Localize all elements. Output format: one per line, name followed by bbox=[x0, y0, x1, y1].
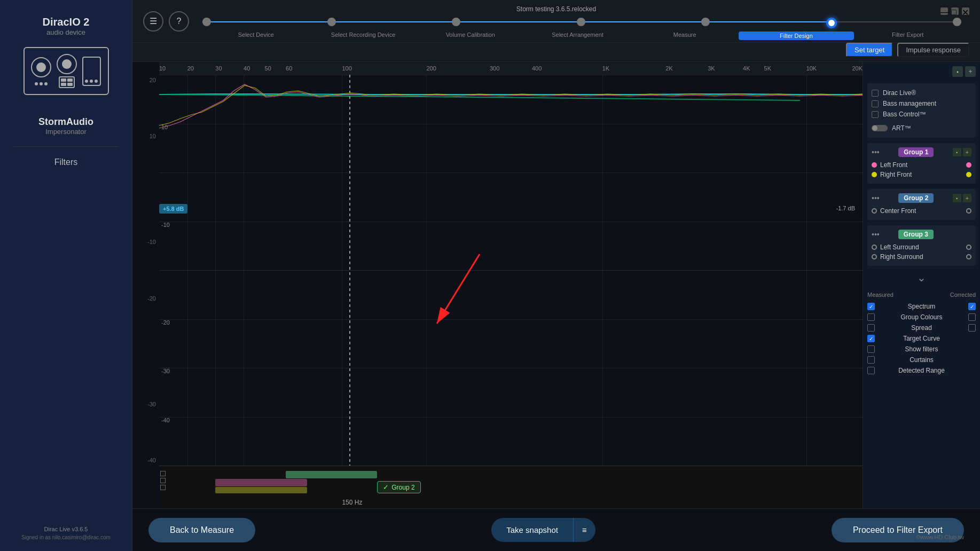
step-label-5[interactable]: Measure bbox=[631, 32, 739, 40]
step-label-7[interactable]: Filter Export bbox=[854, 32, 961, 40]
check-curtains-measured[interactable] bbox=[867, 356, 875, 364]
take-snapshot-button[interactable]: Take snapshot bbox=[491, 518, 573, 542]
label-left-front: Left Front bbox=[880, 161, 907, 169]
target-left-badge: +5.8 dB bbox=[159, 204, 187, 214]
check-show-filters-measured[interactable] bbox=[867, 345, 875, 353]
minimize-button[interactable]: — bbox=[940, 7, 948, 15]
step-node-5[interactable] bbox=[701, 18, 710, 26]
chart-container: 10 20 30 40 50 60 100 200 300 400 1K 2K … bbox=[132, 62, 980, 508]
label-spread: Spread bbox=[875, 324, 968, 332]
brand-sub: audio device bbox=[43, 28, 90, 36]
freq-label-3k: 3K bbox=[708, 65, 715, 72]
bass-check-3[interactable] bbox=[160, 485, 166, 490]
label-spectrum: Spectrum bbox=[875, 303, 968, 310]
check-show-filters-corrected-spacer bbox=[968, 345, 976, 353]
bottom-bar: Back to Measure Take snapshot ≡ Proceed … bbox=[132, 508, 980, 551]
panel-icon-1[interactable]: ▪ bbox=[952, 66, 963, 77]
subtabs-bar: Set target Impulse response bbox=[132, 43, 980, 62]
step-names-row: Select Device Select Recording Device Vo… bbox=[202, 32, 961, 40]
panel-icon-2[interactable]: + bbox=[965, 66, 976, 77]
group2-icon-2[interactable]: + bbox=[963, 194, 971, 202]
check-group-colours-measured[interactable] bbox=[867, 313, 875, 321]
option-bass-control: Bass Control™ bbox=[872, 109, 971, 120]
dot-left-surround bbox=[872, 245, 877, 250]
step-node-7[interactable] bbox=[953, 18, 961, 26]
check-target-curve-measured[interactable]: ✓ bbox=[867, 335, 875, 342]
option-dirac-live: Dirac Live® bbox=[872, 88, 971, 98]
channel-left-front-label: Left Front bbox=[872, 161, 907, 169]
device-dot bbox=[40, 82, 43, 85]
subtab-set-target[interactable]: Set target bbox=[846, 43, 893, 57]
step-navigator: Select Device Select Recording Device Vo… bbox=[202, 18, 961, 40]
group2-icons: ▪ + bbox=[953, 194, 971, 202]
check-curtains-corrected-spacer bbox=[968, 356, 976, 364]
step-label-2[interactable]: Select Recording Device bbox=[310, 32, 417, 40]
y-axis: 20 10 -10 -20 -30 -40 bbox=[132, 75, 159, 466]
step-label-6[interactable]: Filter Design bbox=[739, 32, 854, 40]
dot-right-surround bbox=[872, 254, 877, 259]
bar-group1-pink bbox=[215, 479, 307, 486]
step-label-1[interactable]: Select Device bbox=[202, 32, 310, 40]
group1-icon-1[interactable]: ▪ bbox=[953, 148, 961, 156]
check-group-colours-corrected[interactable] bbox=[968, 313, 976, 321]
step-node-2[interactable] bbox=[327, 18, 336, 26]
maximize-button[interactable]: □ bbox=[951, 7, 959, 15]
snapshot-icon-button[interactable]: ≡ bbox=[573, 518, 595, 542]
group2-dots[interactable]: ••• bbox=[872, 194, 880, 202]
bass-check-2[interactable] bbox=[160, 478, 166, 483]
bass-checkboxes bbox=[160, 471, 166, 490]
y-label-n10: -10 bbox=[132, 239, 159, 245]
bass-check-1[interactable] bbox=[160, 471, 166, 476]
group2-icon-1[interactable]: ▪ bbox=[953, 194, 961, 202]
check-detected-range-measured[interactable] bbox=[867, 367, 875, 374]
step-node-3[interactable] bbox=[452, 18, 460, 26]
check-bass-management[interactable] bbox=[872, 100, 879, 107]
label-group-colours: Group Colours bbox=[875, 313, 968, 321]
group3-dots[interactable]: ••• bbox=[872, 230, 880, 239]
menu-button[interactable]: ☰ bbox=[143, 11, 163, 32]
check-row-spread: Spread bbox=[867, 322, 976, 333]
freq-label-60: 60 bbox=[286, 65, 292, 72]
device-dots bbox=[35, 82, 48, 85]
label-show-filters: Show filters bbox=[875, 345, 968, 353]
freq-label-200: 200 bbox=[426, 65, 436, 72]
freq-label-40: 40 bbox=[244, 65, 250, 72]
tooltip-label: Group 2 bbox=[391, 484, 414, 491]
check-bass-control[interactable] bbox=[872, 111, 879, 118]
group1-dots[interactable]: ••• bbox=[872, 148, 880, 156]
check-dirac-live[interactable] bbox=[872, 90, 879, 97]
corrected-header-label: Corrected bbox=[950, 292, 976, 298]
check-spectrum-corrected[interactable]: ✓ bbox=[968, 303, 976, 310]
freq-label-5k: 5K bbox=[764, 65, 771, 72]
help-button[interactable]: ? bbox=[169, 11, 189, 32]
device-circle-left bbox=[31, 57, 51, 77]
close-button[interactable]: ✕ bbox=[962, 7, 969, 15]
step-node-6[interactable] bbox=[826, 18, 837, 28]
dirac-version: Dirac Live v3.6.5 bbox=[44, 526, 88, 532]
label-right-surround: Right Surround bbox=[880, 253, 923, 261]
dot-left-front-right bbox=[966, 162, 971, 168]
check-row-show-filters: Show filters bbox=[867, 344, 976, 355]
group1-icon-2[interactable]: + bbox=[963, 148, 971, 156]
check-spread-measured[interactable] bbox=[867, 324, 875, 332]
subtab-impulse-response[interactable]: Impulse response bbox=[897, 43, 969, 57]
channel-left-surround-label: Left Surround bbox=[872, 243, 919, 251]
step-label-4[interactable]: Select Arrangement bbox=[524, 32, 631, 40]
chart-y-n40: -40 bbox=[161, 417, 170, 423]
option-art: ART™ bbox=[872, 123, 971, 133]
check-spectrum-measured[interactable]: ✓ bbox=[867, 303, 875, 310]
check-spread-corrected[interactable] bbox=[968, 324, 976, 332]
yellow-channel-line bbox=[159, 85, 863, 125]
back-to-measure-button[interactable]: Back to Measure bbox=[148, 518, 255, 542]
toggle-art[interactable] bbox=[872, 125, 888, 131]
bar-group1-yellow bbox=[215, 487, 307, 493]
step-node-4[interactable] bbox=[577, 18, 585, 26]
step-label-3[interactable]: Volume Calibration bbox=[417, 32, 524, 40]
topbar: ☰ ? Select Device Select Recording Devic… bbox=[132, 0, 980, 43]
y-label-20: 20 bbox=[132, 77, 159, 83]
group1-badge: Group 1 bbox=[898, 147, 934, 157]
step-connector-done bbox=[202, 21, 832, 22]
channel-right-front-label: Right Front bbox=[872, 171, 912, 178]
step-node-1[interactable] bbox=[202, 18, 211, 26]
scroll-down-button[interactable]: ⌄ bbox=[867, 271, 976, 284]
